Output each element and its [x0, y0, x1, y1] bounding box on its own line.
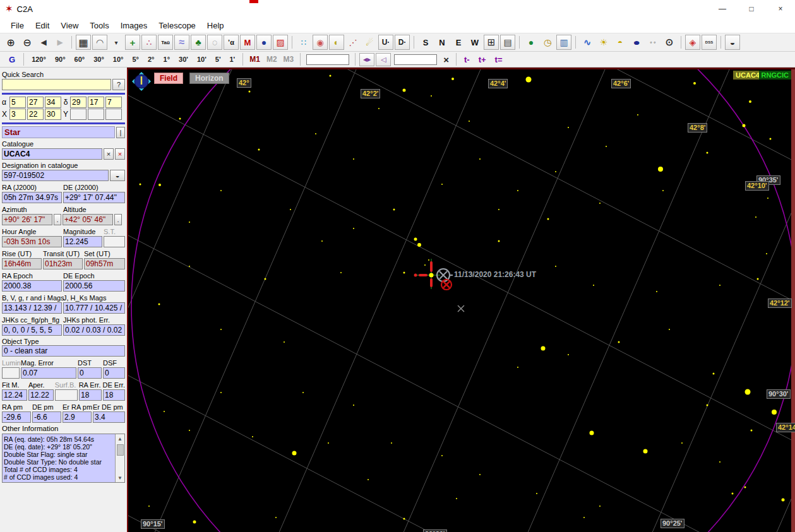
- fov-button-120°[interactable]: 120°: [27, 54, 51, 64]
- menu-view[interactable]: View: [55, 20, 84, 32]
- azimuth-detail-button[interactable]: .: [54, 214, 61, 225]
- telescope-panel-icon[interactable]: ◒: [725, 35, 740, 50]
- clear-icon[interactable]: ×: [439, 54, 453, 65]
- de-m-field[interactable]: 17: [88, 97, 104, 108]
- fov-button-60°[interactable]: 60°: [70, 54, 90, 64]
- close-button[interactable]: ×: [766, 0, 795, 18]
- other-info-scrollbar[interactable]: ▲ ▼: [115, 434, 124, 482]
- dome-view-icon[interactable]: ◠: [92, 35, 107, 50]
- sun-icon[interactable]: ☀: [596, 35, 611, 50]
- milky-way-icon[interactable]: ≈: [174, 35, 189, 50]
- north-button[interactable]: N: [434, 35, 450, 50]
- ucac-overlay-icon[interactable]: U·: [378, 35, 393, 50]
- dss-image-icon[interactable]: DSS: [702, 35, 717, 50]
- satellites-icon[interactable]: ∘∘: [645, 35, 661, 50]
- mark-button-m2[interactable]: M2: [263, 54, 280, 65]
- mark-button-m3[interactable]: M3: [280, 54, 297, 65]
- nebula-icon[interactable]: ◉: [313, 35, 328, 50]
- fov-ellipse-icon[interactable]: ◌: [207, 35, 222, 50]
- next-object-icon[interactable]: ×: [115, 148, 125, 160]
- catalogue-field[interactable]: UCAC4: [2, 148, 102, 160]
- grid-toggle-icon[interactable]: ▦: [76, 35, 91, 50]
- minimize-button[interactable]: —: [708, 0, 737, 18]
- reference-frame-icon[interactable]: ▨: [273, 35, 288, 50]
- camera-icon[interactable]: ⊙: [662, 35, 677, 50]
- prev-object-icon[interactable]: ×: [104, 148, 114, 160]
- messier-icon[interactable]: M: [240, 35, 255, 50]
- y3-field[interactable]: [105, 109, 122, 120]
- sky-chart[interactable]: Field Horizon UCAC4 RNGCIC 11/13/2020 21…: [127, 68, 795, 532]
- x3-field[interactable]: 30: [45, 109, 61, 120]
- zoom-in-icon[interactable]: ⊕: [3, 35, 18, 50]
- ccd-frame-icon[interactable]: ◈: [685, 35, 700, 50]
- ra-h-field[interactable]: 5: [9, 97, 26, 108]
- fov-button-10°[interactable]: 10°: [109, 54, 128, 64]
- y1-field[interactable]: [70, 109, 87, 120]
- fov-button-5'[interactable]: 5': [211, 54, 225, 64]
- help-button[interactable]: ?: [112, 79, 125, 90]
- de-s-field[interactable]: 7: [105, 97, 122, 108]
- fov-button-1'[interactable]: 1': [225, 54, 240, 64]
- ra-m-field[interactable]: 27: [27, 97, 44, 108]
- south-button[interactable]: S: [418, 35, 433, 50]
- dome-dropdown-icon[interactable]: ▾: [109, 35, 124, 50]
- display-settings-icon[interactable]: ▥: [556, 35, 571, 50]
- forward-icon[interactable]: ▶: [52, 35, 68, 50]
- y2-field[interactable]: [88, 109, 104, 120]
- goto-button[interactable]: G: [4, 55, 20, 64]
- compass-icon[interactable]: [131, 71, 152, 92]
- fov-button-30°[interactable]: 30°: [89, 54, 109, 64]
- scroll-up-icon[interactable]: ▲: [117, 434, 123, 443]
- twilight-icon[interactable]: ◓: [613, 35, 628, 50]
- de-d-field[interactable]: 29: [70, 97, 87, 108]
- back-icon[interactable]: ◀: [36, 35, 51, 50]
- earth-map-icon[interactable]: ●: [523, 35, 539, 50]
- star-colors-icon[interactable]: ∷: [296, 35, 311, 50]
- fov-button-5°[interactable]: 5°: [128, 54, 143, 64]
- center-cursor-icon[interactable]: +: [125, 35, 140, 50]
- search-object-input[interactable]: [394, 54, 437, 65]
- west-button[interactable]: W: [467, 35, 482, 50]
- fov-button-2°[interactable]: 2°: [143, 54, 159, 64]
- menu-edit[interactable]: Edit: [30, 20, 55, 32]
- designation-field[interactable]: 597-019502: [2, 170, 109, 181]
- moon-phase-icon[interactable]: ◐: [329, 35, 344, 50]
- ground-display-icon[interactable]: ♣: [191, 35, 206, 50]
- object-labels-icon[interactable]: Taŭ: [158, 35, 173, 50]
- scroll-thumb[interactable]: [117, 444, 124, 456]
- badge-rngcic[interactable]: RNGCIC: [759, 71, 791, 80]
- time-button-t-[interactable]: t-: [460, 54, 474, 66]
- planets-icon[interactable]: ●: [629, 35, 644, 50]
- coordinate-input[interactable]: [306, 54, 349, 65]
- asteroids-icon[interactable]: ⋰: [345, 35, 361, 50]
- menu-file[interactable]: File: [5, 20, 30, 32]
- tab-horizon[interactable]: Horizon: [189, 73, 229, 84]
- flip-vertical-icon[interactable]: ◁: [376, 53, 391, 66]
- deep-sky-icon[interactable]: ●: [256, 35, 272, 50]
- fov-button-90°[interactable]: 90°: [51, 54, 70, 64]
- maximize-button[interactable]: □: [737, 0, 766, 18]
- quick-search-input[interactable]: [2, 79, 111, 90]
- altitude-detail-button[interactable]: .: [114, 214, 122, 225]
- fov-button-1°[interactable]: 1°: [159, 54, 175, 64]
- dss-overlay-icon[interactable]: D·: [395, 35, 410, 50]
- scroll-down-icon[interactable]: ▼: [117, 473, 123, 482]
- mark-button-m1[interactable]: M1: [246, 54, 263, 65]
- flip-horizontal-icon[interactable]: ◀▶: [359, 53, 374, 66]
- menu-help[interactable]: Help: [201, 20, 230, 32]
- fov-button-30'[interactable]: 30': [174, 54, 193, 64]
- pan-mode-icon[interactable]: ⊞: [484, 35, 499, 50]
- ecliptic-icon[interactable]: ∿: [580, 35, 595, 50]
- menu-images[interactable]: Images: [115, 20, 153, 32]
- time-button-t+[interactable]: t+: [474, 54, 491, 66]
- comets-icon[interactable]: ☄: [362, 35, 377, 50]
- constellation-lines-icon[interactable]: ∴: [141, 35, 157, 50]
- x2-field[interactable]: 22: [27, 109, 44, 120]
- zoom-out-icon[interactable]: ⊖: [20, 35, 35, 50]
- tab-field[interactable]: Field: [154, 73, 183, 84]
- slew-telescope-icon[interactable]: ◒: [110, 170, 125, 181]
- x1-field[interactable]: 3: [9, 109, 26, 120]
- star-names-icon[interactable]: ’α: [224, 35, 239, 50]
- menu-tools[interactable]: Tools: [84, 20, 114, 32]
- fov-button-10'[interactable]: 10': [193, 54, 211, 64]
